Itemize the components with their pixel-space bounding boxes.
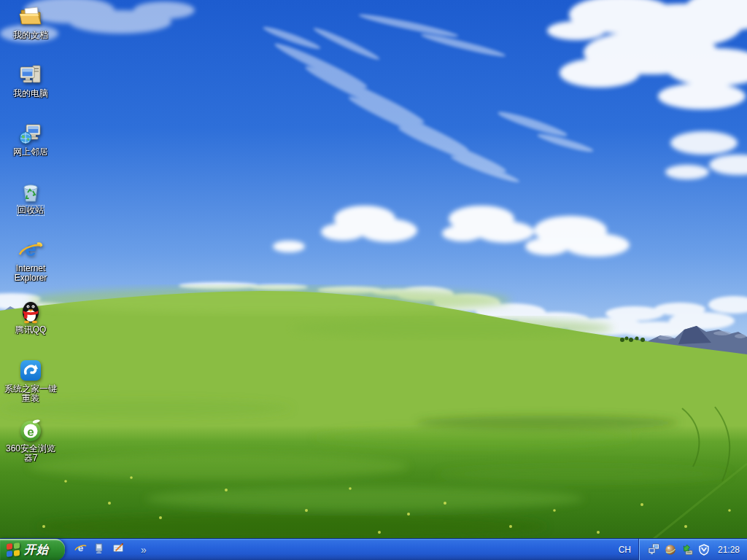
my-documents-folder-icon (18, 4, 43, 29)
monitor-icon (93, 542, 105, 557)
svg-text:e: e (27, 425, 34, 439)
svg-text:e: e (77, 542, 83, 553)
desktop-icon-label: 系统之家一键重装 (1, 384, 60, 403)
desktop-icon-tencent-qq[interactable]: 腾讯QQ (1, 299, 60, 335)
taskbar: 开始 e (0, 538, 747, 560)
desktop-icon-label: 我的文档 (13, 31, 48, 40)
internet-explorer-icon: e (18, 238, 43, 262)
svg-text:e: e (25, 238, 36, 260)
desktop-icon-system-reinstall[interactable]: 系统之家一键重装 (1, 358, 60, 403)
language-indicator[interactable]: CH (611, 539, 638, 560)
desktop-icon-recycle-bin[interactable]: 回收站 (1, 179, 60, 215)
desktop-icon-label: Internet Explorer (1, 264, 60, 283)
start-button[interactable]: 开始 (0, 539, 65, 560)
quick-launch-bar: e (72, 539, 147, 560)
quick-launch-overflow-chevron[interactable]: » (141, 545, 147, 555)
my-computer-icon (18, 63, 43, 88)
show-desktop-icon (112, 542, 125, 557)
system-tray: 21:28 (638, 539, 747, 560)
desktop-icon-label: 网上邻居 (13, 147, 48, 157)
globe-icon[interactable] (665, 543, 677, 556)
quick-launch-show-desktop[interactable] (110, 541, 126, 559)
desktop-icon-label: 腾讯QQ (15, 325, 47, 335)
desktop-icon-internet-explorer[interactable]: e Internet Explorer (1, 238, 60, 283)
360-browser-icon: e (18, 418, 43, 443)
desktop-icon-label: 我的电脑 (13, 89, 48, 98)
network-places-icon (18, 121, 43, 146)
system-reinstall-icon (18, 358, 43, 383)
internet-explorer-icon: e (74, 542, 87, 557)
bliss-wallpaper (0, 0, 747, 560)
shield-icon[interactable] (698, 543, 711, 556)
desktop: 我的文档 我的电脑 (0, 0, 747, 560)
qq-penguin-icon (18, 299, 43, 324)
recycle-bin-icon (18, 179, 43, 204)
desktop-icon-360-browser[interactable]: e 360安全浏览器7 (1, 418, 60, 463)
desktop-icon-label: 回收站 (18, 206, 44, 215)
tray-clock[interactable]: 21:28 (718, 545, 740, 555)
desktop-icon-my-computer[interactable]: 我的电脑 (1, 63, 60, 98)
windows-logo-icon (6, 542, 20, 557)
start-button-label: 开始 (24, 542, 49, 558)
desktop-icon-label: 360安全浏览器7 (1, 444, 60, 463)
desktop-icon-network-places[interactable]: 网上邻居 (1, 121, 60, 157)
quick-launch-internet-explorer[interactable]: e (72, 541, 88, 559)
desktop-icon-column: 我的文档 我的电脑 (0, 0, 63, 538)
safely-remove-hardware-icon[interactable] (681, 543, 694, 556)
desktop-icon-my-documents[interactable]: 我的文档 (1, 4, 60, 40)
quick-launch-media-device[interactable] (91, 541, 107, 559)
network-icon[interactable] (648, 543, 660, 556)
